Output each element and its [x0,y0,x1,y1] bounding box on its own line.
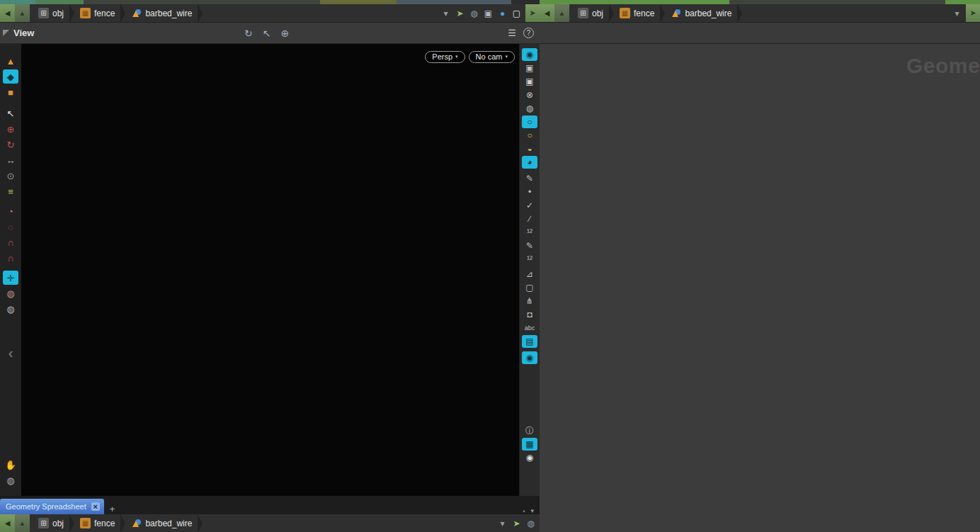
camera-eye-icon[interactable]: ◉ [522,451,537,464]
viewport-3d[interactable]: Persp ▾ No cam ▾ [21,44,519,496]
back-button[interactable]: ◀ [0,4,15,23]
dropdown-arrow-icon[interactable]: ▾ [530,507,534,514]
pose-tool-icon[interactable]: ⊙ [3,169,18,183]
breadcrumb-item-obj[interactable]: ⊞obj [34,514,69,532]
display-options-icon[interactable]: ☰ [508,28,516,38]
breadcrumb-item-barbed_wire[interactable]: barbed_wire [666,4,737,22]
back-button[interactable]: ◀ [540,4,554,23]
view-globe-2-icon[interactable]: ◍ [3,302,18,316]
background-image-icon[interactable]: ▤ [522,335,537,348]
view-globe-icon[interactable]: ◍ [3,286,18,300]
cube-icon[interactable]: ▣ [483,9,494,18]
material-sphere-icon[interactable]: ◍ [522,102,537,115]
up-button[interactable]: ▲ [554,4,569,23]
add-tab-button[interactable]: + [110,504,115,514]
world-icon[interactable]: ◍ [3,473,18,487]
houdini-window: { "colors": { "accent_cyan": "#1fb7dc", … [0,0,980,532]
breadcrumb-item-fence[interactable]: ▦fence [76,514,120,532]
pane-square-icon[interactable]: ▪ [523,508,525,514]
no-lighting-icon[interactable]: ○ [522,129,537,142]
chevron-down-icon: ▾ [505,54,508,60]
geometry-path-icon [131,518,142,528]
snap-magnet-2-icon[interactable]: ∩ [3,251,18,265]
dropdown-arrow-icon[interactable]: ▾ [497,519,508,528]
handles-tool-icon[interactable]: ⊕ [280,28,289,39]
snap-active-icon[interactable]: ✛ [3,271,18,285]
ruler-icon[interactable]: ⊿ [522,268,537,281]
geometry-tool-icon[interactable]: ▲ [3,54,18,68]
link-pin-icon[interactable]: ➤ [511,519,522,528]
text-abc-icon[interactable]: abc [522,322,537,334]
camera-select-button[interactable]: No cam ▾ [469,51,515,63]
snap-magnet-icon[interactable]: ∩ [3,235,18,249]
visibility-eye-icon[interactable]: ◉ [522,48,537,61]
normals-icon[interactable]: ⋔ [522,295,537,307]
points-display-icon[interactable]: • [522,186,537,198]
dropdown-arrow-icon[interactable]: ▾ [952,9,962,18]
hooks-display-icon[interactable]: ✓ [522,199,537,212]
prim-circle-icon[interactable]: ◘ [522,308,537,321]
bottom-tab-bar: Geometry Spreadsheet × + ▪ ▾ [0,496,540,514]
geometry-path-icon [671,8,681,18]
select-tool-icon[interactable]: ↖ [263,28,271,39]
select-arrow-icon[interactable]: ↖ [3,106,18,120]
brush-display-icon[interactable]: ∕ [522,213,537,225]
headlight-off-icon[interactable]: ⊗ [522,89,537,101]
normal-lighting-icon[interactable]: ○ [522,115,537,128]
breadcrumb-item-fence[interactable]: ▦fence [76,4,120,22]
rotate-tool-icon[interactable]: ↻ [3,137,18,152]
high-quality-light-icon[interactable]: ◒ [522,142,537,155]
lasso-tool-icon[interactable]: ◌ [3,220,18,234]
globe-icon[interactable]: ◍ [525,519,536,528]
origin-pin-icon[interactable]: ◉ [522,351,537,364]
info-icon[interactable]: ⓘ [522,424,537,437]
pane-corner-icon[interactable] [3,30,9,36]
marquee-icon[interactable]: ▢ [522,281,537,294]
breadcrumb-separator [69,514,74,532]
up-button[interactable]: ▲ [15,4,30,23]
active-state-icon[interactable]: ◆ [3,69,18,84]
vertex-brush-icon[interactable]: ✎ [522,239,537,252]
breadcrumb-item-fence[interactable]: ▦fence [615,4,660,22]
collapse-shelf-arrow[interactable]: ‹ [3,346,18,360]
breadcrumb-item-obj[interactable]: ⊞obj [34,4,69,22]
snapshot-icon[interactable]: ▣ [522,62,537,74]
tab-geometry-spreadsheet[interactable]: Geometry Spreadsheet × [0,499,104,514]
character-tool-icon[interactable]: ≡ [3,184,18,198]
grid-icon[interactable]: ▦ [522,438,537,451]
wireframe-pen-icon[interactable]: ✎ [522,172,537,185]
persp-label: Persp [432,52,452,61]
breadcrumb-item-barbed_wire[interactable]: barbed_wire [127,4,198,22]
close-icon[interactable]: × [91,502,100,511]
viewer-square-icon[interactable]: ▢ [511,9,522,18]
link-pin-icon[interactable]: ➤ [455,9,465,18]
crate-path-icon: ▦ [80,8,91,18]
help-icon[interactable]: ? [523,28,534,38]
link-pin-button[interactable]: ➤ [966,4,980,23]
globe-icon[interactable]: ◍ [469,9,479,18]
path-bar-right-top: ◀▲⊞obj▦fencebarbed_wire▾➤ [540,4,980,23]
breadcrumb-separator [120,514,125,532]
geometry-path-icon [131,8,142,18]
lock-camera-icon[interactable]: ▣ [522,75,537,88]
breadcrumb-separator [198,514,203,532]
up-button[interactable]: ▲ [15,514,30,532]
view-rotate-tool-icon[interactable]: ↻ [244,28,253,39]
back-button[interactable]: ◀ [0,514,15,532]
network-editor[interactable]: Geometry [540,44,980,532]
shade-mode-icon[interactable]: ◕ [522,156,537,169]
breadcrumb-separator [69,4,74,22]
point-numbers-icon[interactable]: ¹² [522,226,537,239]
keyframe-tool-icon[interactable]: ◔ [3,204,18,218]
viewer-dot-icon[interactable]: ● [497,9,508,18]
scale-tool-icon[interactable]: ↔ [3,153,18,167]
vertex-numbers-icon[interactable]: ¹² [522,253,537,266]
persp-view-button[interactable]: Persp ▾ [425,51,465,63]
link-pin-button[interactable]: ➤ [525,4,540,23]
breadcrumb-item-obj[interactable]: ⊞obj [574,4,609,22]
hand-tool-icon[interactable]: ✋ [3,458,18,472]
translate-tool-icon[interactable]: ⊕ [3,122,18,136]
dropdown-arrow-icon[interactable]: ▾ [440,9,451,18]
breadcrumb-item-barbed_wire[interactable]: barbed_wire [127,514,198,532]
box-tool-icon[interactable]: ■ [3,85,18,99]
